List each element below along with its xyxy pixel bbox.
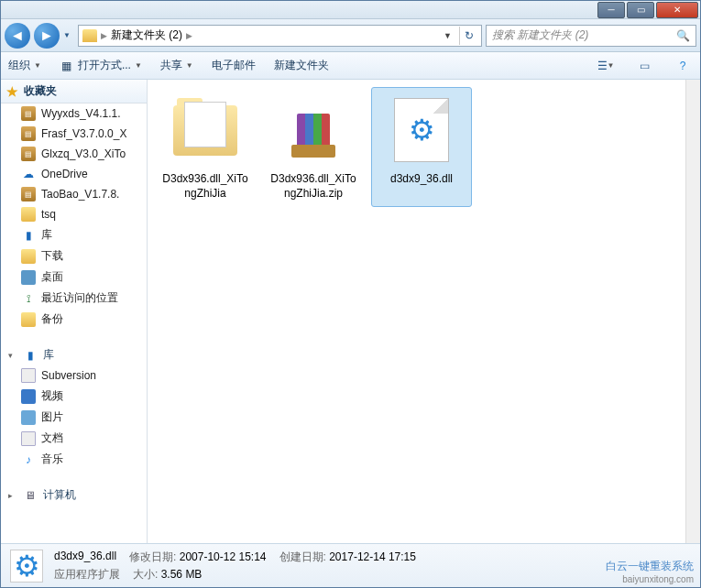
star-icon: ★ [6,84,18,99]
file-item[interactable]: ⚙d3dx9_36.dll [371,87,472,207]
window-controls: ─ ▭ ✕ [597,2,698,18]
cloud-icon: ☁ [21,167,36,181]
sidebar-item[interactable]: 视频 [1,386,147,407]
search-placeholder: 搜索 新建文件夹 (2) [492,27,588,43]
sidebar-item[interactable]: tsq [1,204,147,224]
library-header[interactable]: ▾ ▮ 库 [1,344,147,365]
breadcrumb-current[interactable]: 新建文件夹 (2) [111,27,182,43]
lib-icon: ▮ [21,228,36,243]
sidebar-item[interactable]: 桌面 [1,267,147,288]
fold-icon [21,312,36,327]
rar-icon: ▤ [21,106,36,121]
desk-icon [21,270,36,285]
folder-icon [169,93,242,167]
library-icon: ▮ [23,348,38,363]
folder-icon [82,29,97,42]
rar-icon: ▤ [21,187,36,201]
app-icon: ▦ [60,59,74,73]
rar-icon: ▤ [21,126,36,141]
details-pane: ⚙ d3dx9_36.dll 修改日期: 2007-10-12 15:14 创建… [1,543,700,587]
preview-pane-toggle[interactable]: ▭ [634,56,654,76]
sidebar-item[interactable]: 下载 [1,245,147,267]
close-button[interactable]: ✕ [656,2,698,18]
back-button[interactable]: ◄ [5,23,30,49]
maximize-button[interactable]: ▭ [627,2,654,18]
view-options[interactable]: ☰ ▼ [596,56,616,76]
open-with-menu[interactable]: ▦ 打开方式...▼ [60,58,142,73]
favorites-header[interactable]: ★ 收藏夹 [1,80,147,103]
file-label: d3dx9_36.dll [376,172,467,187]
navigation-bar: ◄ ► ▼ ▶ 新建文件夹 (2) ▶ ▼ ↻ 搜索 新建文件夹 (2) 🔍 [1,19,700,52]
scrollbar[interactable] [685,80,700,543]
history-dropdown[interactable]: ▼ [63,23,74,49]
minimize-button[interactable]: ─ [597,2,625,18]
sidebar-item[interactable]: ♪音乐 [1,449,147,470]
titlebar: ─ ▭ ✕ [1,1,700,19]
watermark: 白云一键重装系统 baiyunxitong.com [606,559,694,584]
file-label: D3dx936.dll_XiTongZhiJia [159,172,251,201]
computer-header[interactable]: ▸ 🖥 计算机 [1,485,147,506]
search-input[interactable]: 搜索 新建文件夹 (2) 🔍 [486,25,696,47]
vid-icon [21,389,36,404]
sidebar-item[interactable]: ⟟最近访问的位置 [1,288,147,309]
doc-icon [21,431,36,446]
file-label: D3dx936.dll_XiTongZhiJia.zip [268,172,359,201]
explorer-window: ─ ▭ ✕ ◄ ► ▼ ▶ 新建文件夹 (2) ▶ ▼ ↻ 搜索 新建文件夹 (… [0,0,701,588]
sidebar-item[interactable]: ▤Glxzq_V3.0_XiTo [1,144,147,164]
file-item[interactable]: D3dx936.dll_XiTongZhiJia.zip [263,87,364,207]
mus-icon: ♪ [21,452,36,467]
file-list[interactable]: D3dx936.dll_XiTongZhiJiaD3dx936.dll_XiTo… [148,80,685,543]
status-filetype: 应用程序扩展 [54,567,120,583]
toolbar: 组织▼ ▦ 打开方式...▼ 共享▼ 电子邮件 新建文件夹 ☰ ▼ ▭ ? [1,52,700,80]
file-item[interactable]: D3dx936.dll_XiTongZhiJia [155,87,256,207]
main-area: ★ 收藏夹 ▤Wyyxds_V4.1.1.▤Frasf_V3.7.0.0_X▤G… [1,80,700,543]
doc-icon [21,368,36,383]
expand-icon: ▸ [8,491,17,500]
pic-icon [21,410,36,425]
sidebar-item[interactable]: ▤Wyyxds_V4.1.1. [1,103,147,124]
share-menu[interactable]: 共享▼ [160,58,193,73]
sidebar-item[interactable]: ▤Frasf_V3.7.0.0_X [1,124,147,144]
sidebar-item[interactable]: ☁OneDrive [1,164,147,184]
rar-icon [277,93,350,167]
status-filename: d3dx9_36.dll [54,550,116,565]
fold-icon [21,249,36,264]
sidebar-item[interactable]: ▮库 [1,224,147,245]
sidebar-item[interactable]: 文档 [1,428,147,449]
rar-icon: ▤ [21,147,36,161]
address-dropdown[interactable]: ▼ [440,31,455,40]
sidebar-item[interactable]: ▤TaoBao_V1.7.8. [1,184,147,204]
sidebar-item[interactable]: 备份 [1,309,147,330]
dll-icon: ⚙ [385,93,458,167]
sidebar-item[interactable]: Subversion [1,365,147,386]
file-type-icon: ⚙ [10,550,43,583]
refresh-button[interactable]: ↻ [459,27,477,45]
fold-icon [21,207,36,222]
breadcrumb-separator: ▶ [101,31,107,40]
help-button[interactable]: ? [673,56,693,76]
loc-icon: ⟟ [21,291,36,306]
expand-icon: ▾ [8,351,17,360]
email-button[interactable]: 电子邮件 [212,58,256,73]
navigation-pane: ★ 收藏夹 ▤Wyyxds_V4.1.1.▤Frasf_V3.7.0.0_X▤G… [1,80,148,543]
address-bar[interactable]: ▶ 新建文件夹 (2) ▶ ▼ ↻ [78,25,482,47]
new-folder-button[interactable]: 新建文件夹 [274,58,329,73]
breadcrumb-separator: ▶ [186,31,192,40]
computer-icon: 🖥 [23,488,38,503]
forward-button[interactable]: ► [34,23,60,49]
sidebar-item[interactable]: 图片 [1,407,147,428]
organize-menu[interactable]: 组织▼ [8,58,41,73]
search-icon: 🔍 [676,29,690,42]
